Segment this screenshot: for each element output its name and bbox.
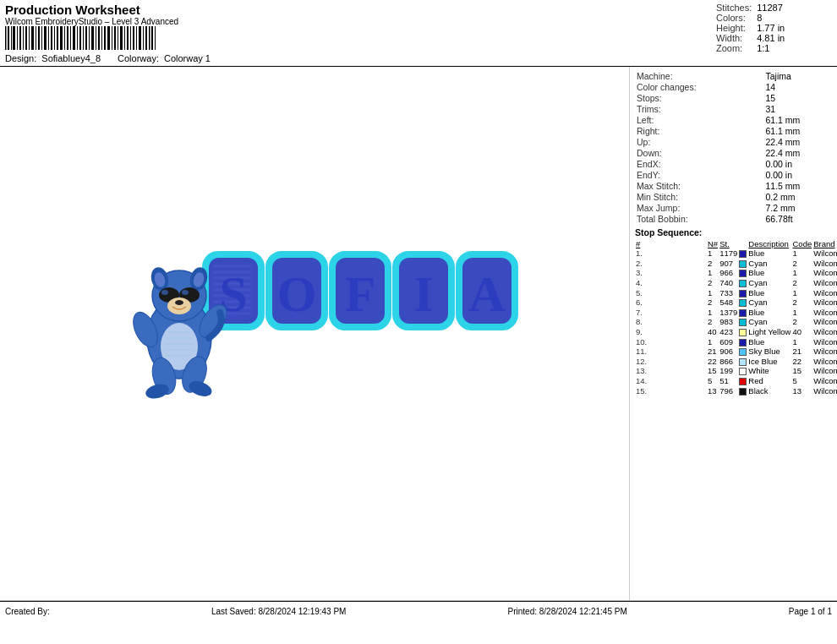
svg-rect-18 — [60, 26, 63, 50]
colorway-info: Colorway: Colorway 1 — [118, 53, 211, 63]
down-label: Down: — [635, 147, 764, 158]
design-info: Design: Sofiabluey4_8 — [5, 53, 101, 63]
colors-row: Colors: 8 — [714, 13, 787, 23]
svg-rect-23 — [77, 26, 78, 50]
row-brand: Wilcom — [812, 317, 837, 327]
row-swatch — [738, 376, 747, 386]
max-jump-label: Max Jump: — [635, 202, 764, 213]
row-brand: Wilcom — [812, 347, 837, 357]
header-right: Stitches: 11287 Colors: 8 Height: 1.77 i… — [714, 3, 832, 53]
svg-rect-46 — [149, 26, 150, 50]
height-row: Height: 1.77 in — [714, 23, 787, 33]
canvas-area: S O F I — [0, 67, 630, 600]
svg-text:F: F — [345, 266, 376, 322]
total-bobbin-label: Total Bobbin: — [635, 213, 764, 224]
svg-rect-15 — [51, 26, 52, 50]
row-brand: Wilcom — [812, 357, 837, 367]
row-code: 40 — [791, 327, 812, 337]
stops-label: Stops: — [635, 92, 764, 103]
list-item: 4. 2 740 Cyan 2 Wilcom — [635, 278, 837, 288]
down-row: Down: 22.4 mm — [635, 147, 832, 158]
row-brand: Wilcom — [812, 248, 837, 259]
row-description: Cyan — [747, 317, 791, 327]
svg-rect-43 — [139, 26, 141, 50]
footer: Created By: Last Saved: 8/28/2024 12:19:… — [0, 601, 837, 621]
svg-rect-33 — [107, 26, 110, 50]
svg-rect-45 — [145, 26, 147, 50]
row-description: Blue — [747, 308, 791, 318]
row-code: 2 — [791, 317, 812, 327]
row-n: 21 — [707, 347, 719, 357]
svg-rect-27 — [89, 26, 90, 50]
stats-table: Stitches: 11287 Colors: 8 Height: 1.77 i… — [714, 3, 787, 53]
svg-rect-10 — [36, 26, 36, 50]
row-swatch — [738, 259, 747, 269]
row-description: Cyan — [747, 259, 791, 269]
list-item: 13. 15 199 White 15 Wilcom — [635, 366, 837, 376]
row-num: 6. — [635, 297, 707, 308]
svg-rect-28 — [91, 26, 94, 50]
color-swatch-icon — [739, 329, 747, 336]
svg-text:O: O — [277, 266, 317, 322]
row-brand: Wilcom — [812, 385, 837, 396]
row-stitch: 966 — [719, 268, 738, 278]
svg-rect-21 — [70, 26, 71, 50]
total-bobbin-value: 66.78ft — [764, 213, 833, 224]
svg-rect-19 — [64, 26, 65, 50]
header-meta: Design: Sofiabluey4_8 Colorway: Colorway… — [5, 53, 714, 63]
row-num: 11. — [635, 347, 707, 357]
row-stitch: 733 — [719, 287, 738, 297]
row-description: Cyan — [747, 297, 791, 308]
row-n: 5 — [707, 376, 719, 386]
row-stitch: 1179 — [719, 248, 738, 259]
row-stitch: 983 — [719, 317, 738, 327]
row-code: 1 — [791, 336, 812, 347]
endx-label: EndX: — [635, 158, 764, 169]
printed: Printed: 8/28/2024 12:21:45 PM — [508, 607, 627, 616]
zoom-label: Zoom: — [714, 43, 754, 53]
list-item: 6. 2 548 Cyan 2 Wilcom — [635, 297, 837, 308]
svg-rect-25 — [83, 26, 84, 50]
row-brand: Wilcom — [812, 336, 837, 347]
color-swatch-icon — [739, 319, 747, 326]
stitches-label: Stitches: — [714, 3, 754, 13]
max-stitch-row: Max Stitch: 11.5 mm — [635, 180, 832, 191]
up-row: Up: 22.4 mm — [635, 136, 832, 147]
created-by-label: Created By: — [5, 607, 50, 616]
svg-rect-16 — [54, 26, 55, 50]
svg-rect-0 — [5, 26, 7, 50]
row-code: 5 — [791, 376, 812, 386]
design-value: Sofiabluey4_8 — [41, 53, 101, 63]
row-swatch — [738, 357, 747, 367]
width-value: 4.81 in — [754, 33, 787, 43]
col-desc: Description — [747, 239, 791, 248]
row-num: 5. — [635, 287, 707, 297]
list-item: 3. 1 966 Blue 1 Wilcom — [635, 268, 837, 278]
row-brand: Wilcom — [812, 278, 837, 288]
svg-rect-32 — [104, 26, 106, 50]
col-n: N# — [707, 239, 719, 248]
row-n: 40 — [707, 327, 719, 337]
row-swatch — [738, 317, 747, 327]
row-code: 2 — [791, 259, 812, 269]
row-brand: Wilcom — [812, 308, 837, 318]
row-description: Sky Blue — [747, 347, 791, 357]
colorway-label: Colorway: — [118, 53, 159, 63]
list-item: 10. 1 609 Blue 1 Wilcom — [635, 336, 837, 347]
row-stitch: 907 — [719, 259, 738, 269]
row-n: 1 — [707, 248, 719, 259]
row-n: 2 — [707, 278, 719, 288]
row-n: 13 — [707, 385, 719, 396]
svg-rect-14 — [48, 26, 49, 50]
svg-rect-31 — [101, 26, 102, 50]
row-code: 2 — [791, 297, 812, 308]
row-code: 1 — [791, 287, 812, 297]
up-value: 22.4 mm — [764, 136, 833, 147]
list-item: 2. 2 907 Cyan 2 Wilcom — [635, 259, 837, 269]
row-description: Light Yellow — [747, 327, 791, 337]
barcode — [5, 26, 157, 50]
row-code: 1 — [791, 268, 812, 278]
col-brand: Brand — [812, 239, 837, 248]
page-number: Page 1 of 1 — [789, 607, 832, 616]
svg-rect-20 — [67, 26, 68, 50]
